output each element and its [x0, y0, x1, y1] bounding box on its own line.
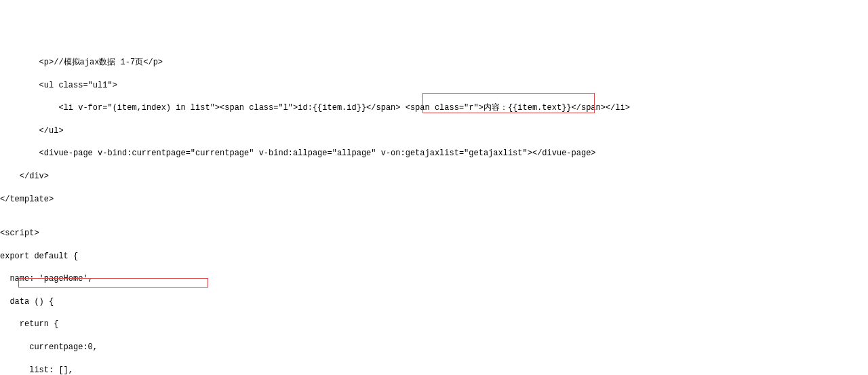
code-line: export default {	[0, 251, 868, 262]
code-line: <divue-page v-bind:currentpage="currentp…	[0, 148, 868, 159]
code-line: list: [],	[0, 365, 868, 376]
code-line: </template>	[0, 194, 868, 205]
code-line: return {	[0, 319, 868, 330]
code-line: <ul class="ul1">	[0, 80, 868, 92]
code-line: name: 'pageHome',	[0, 273, 868, 285]
code-line: <script>	[0, 228, 868, 239]
code-line: data () {	[0, 296, 868, 308]
code-line: <li v-for="(item,index) in list"><span c…	[0, 102, 868, 114]
code-line: <p>//模拟ajax数据 1-7页</p>	[0, 57, 868, 68]
code-block: <p>//模拟ajax数据 1-7页</p> <ul class="ul1"> …	[0, 45, 868, 375]
code-line: </div>	[0, 171, 868, 182]
code-line: </ul>	[0, 125, 868, 137]
code-line: currentpage:0,	[0, 342, 868, 353]
